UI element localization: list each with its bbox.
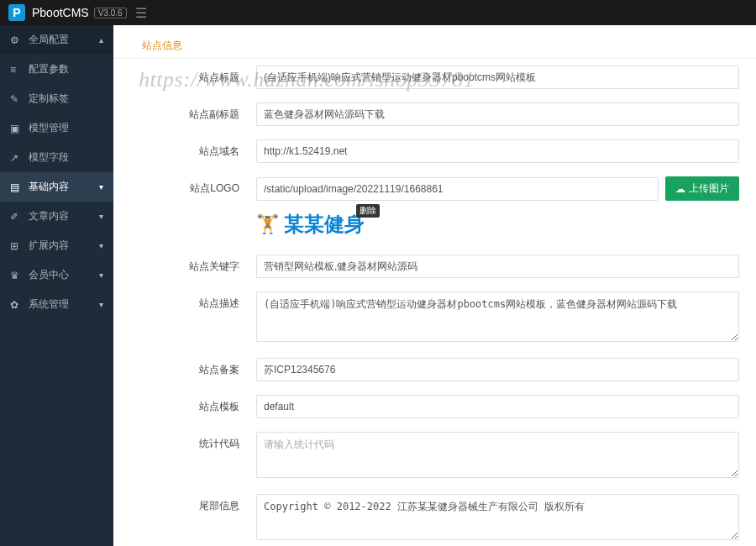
input-keywords[interactable] — [256, 255, 739, 278]
chevron-icon: ▾ — [99, 270, 103, 280]
brand-name: PbootCMS — [32, 6, 89, 19]
label-keywords: 站点关键字 — [130, 255, 256, 274]
sidebar-item-label: 文章内容 — [29, 209, 69, 223]
label-footer: 尾部信息 — [130, 494, 256, 513]
input-template[interactable] — [256, 395, 739, 418]
sidebar-item-8[interactable]: ♛会员中心▾ — [0, 260, 113, 290]
version-badge: V3.0.6 — [94, 8, 127, 18]
sidebar-item-label: 会员中心 — [29, 268, 69, 282]
sidebar-item-label: 模型字段 — [29, 150, 69, 165]
sidebar-item-0[interactable]: ⚙全局配置▴ — [0, 25, 113, 55]
sidebar-item-label: 扩展内容 — [29, 239, 69, 253]
delete-logo-button[interactable]: 删除 — [356, 204, 380, 218]
chevron-icon: ▾ — [99, 300, 103, 309]
input-site-domain[interactable] — [256, 139, 739, 163]
label-template: 站点模板 — [130, 395, 256, 414]
chevron-icon: ▾ — [99, 241, 103, 250]
sidebar-icon: ✎ — [10, 93, 22, 105]
top-header: P PbootCMS V3.0.6 ☰ — [0, 0, 756, 25]
logo-preview-text: 某某健身 — [284, 211, 365, 238]
sidebar-icon: ✿ — [10, 299, 22, 311]
upload-button[interactable]: ☁ 上传图片 — [665, 176, 739, 201]
label-site-logo: 站点LOGO — [130, 176, 256, 196]
sidebar-icon: ✐ — [10, 211, 22, 223]
sidebar-item-6[interactable]: ✐文章内容▾ — [0, 202, 113, 231]
label-description: 站点描述 — [130, 291, 256, 311]
label-icp: 站点备案 — [130, 358, 256, 377]
sidebar-item-label: 模型管理 — [29, 121, 69, 135]
tab-site-info[interactable]: 站点信息 — [130, 34, 194, 58]
chevron-icon: ▴ — [99, 35, 103, 45]
logo-preview-image: 🏋️ 某某健身 — [256, 207, 365, 241]
sidebar-icon: ♛ — [10, 270, 22, 281]
brand-logo-icon: P — [8, 4, 25, 21]
label-site-subtitle: 站点副标题 — [130, 102, 256, 122]
sidebar-icon: ⚙ — [10, 34, 22, 46]
textarea-description[interactable] — [256, 291, 739, 342]
sidebar-item-7[interactable]: ⊞扩展内容▾ — [0, 231, 113, 260]
gym-icon: 🏋️ — [256, 213, 279, 235]
tab-bar: 站点信息 — [113, 25, 756, 59]
chevron-icon: ▾ — [99, 182, 103, 192]
menu-toggle-icon[interactable]: ☰ — [135, 5, 147, 21]
chevron-icon: ▾ — [99, 212, 103, 221]
sidebar-item-label: 基础内容 — [29, 180, 69, 194]
sidebar-item-label: 全局配置 — [29, 33, 69, 47]
main-content: https://www.huzhan.com/ishop33781 站点信息 站… — [113, 25, 756, 546]
sidebar-item-9[interactable]: ✿系统管理▾ — [0, 290, 113, 319]
sidebar-item-1[interactable]: ≡配置参数 — [0, 55, 113, 84]
input-site-title[interactable] — [256, 66, 739, 89]
sidebar-item-3[interactable]: ▣模型管理 — [0, 113, 113, 143]
sidebar-icon: ▤ — [10, 181, 22, 193]
sidebar-item-4[interactable]: ↗模型字段 — [0, 143, 113, 172]
textarea-stats[interactable] — [256, 432, 739, 478]
input-icp[interactable] — [256, 358, 739, 381]
sidebar-icon: ≡ — [10, 64, 22, 76]
input-site-logo[interactable] — [256, 177, 659, 201]
upload-button-label: 上传图片 — [689, 181, 729, 196]
sidebar-item-label: 系统管理 — [29, 297, 69, 312]
sidebar: ⚙全局配置▴≡配置参数✎定制标签▣模型管理↗模型字段▤基础内容▾✐文章内容▾⊞扩… — [0, 25, 113, 546]
sidebar-item-5[interactable]: ▤基础内容▾ — [0, 172, 113, 202]
label-site-title: 站点标题 — [130, 66, 256, 85]
sidebar-item-label: 定制标签 — [29, 92, 69, 106]
sidebar-icon: ⊞ — [10, 240, 22, 252]
sidebar-item-label: 配置参数 — [29, 62, 69, 76]
sidebar-item-2[interactable]: ✎定制标签 — [0, 84, 113, 113]
logo-preview: 🏋️ 某某健身 删除 — [256, 207, 365, 241]
sidebar-icon: ▣ — [10, 123, 22, 134]
label-stats: 统计代码 — [130, 432, 256, 451]
textarea-footer[interactable] — [256, 494, 739, 540]
input-site-subtitle[interactable] — [256, 102, 739, 126]
cloud-upload-icon: ☁ — [675, 183, 685, 195]
sidebar-icon: ↗ — [10, 152, 22, 164]
label-site-domain: 站点域名 — [130, 139, 256, 159]
